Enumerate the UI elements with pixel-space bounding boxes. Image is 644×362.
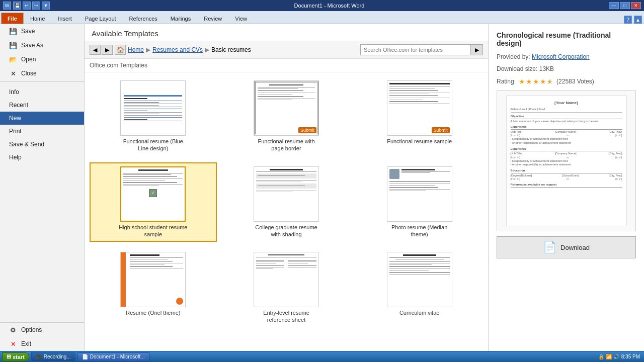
template-label: Functional resume sample bbox=[387, 138, 452, 145]
close-file-icon: ✕ bbox=[9, 69, 17, 77]
content-area: Available Templates ◀ ▶ 🏠 Home ▶ Resumes… bbox=[85, 24, 488, 351]
sidebar-item-close[interactable]: ✕ Close bbox=[0, 66, 84, 80]
open-icon: 📂 bbox=[9, 55, 17, 63]
taskbar-item-word[interactable]: 📄 Document1 - Microsoft... bbox=[77, 352, 149, 361]
breadcrumb-path: Home ▶ Resumes and CVs ▶ Basic resumes bbox=[128, 46, 251, 53]
system-tray-icons: 🔒 📶 🔊 bbox=[598, 354, 619, 359]
help-icon[interactable]: ? bbox=[624, 16, 632, 24]
template-label: Functional resume (Blue Line design) bbox=[118, 138, 188, 152]
template-thumb-college bbox=[254, 166, 319, 222]
breadcrumb-resumes[interactable]: Resumes and CVs bbox=[152, 46, 203, 53]
title-bar-left: W 💾 ↩ ↪ ▼ bbox=[3, 2, 50, 10]
sidebar-item-exit[interactable]: ✕ Exit bbox=[0, 337, 84, 351]
tab-insert[interactable]: Insert bbox=[51, 13, 78, 24]
start-button[interactable]: ⊞ start bbox=[2, 352, 29, 361]
template-item-college[interactable]: College graduate resume with shading bbox=[223, 162, 350, 242]
template-item-cv[interactable]: Curriculum vitae bbox=[356, 248, 483, 328]
template-item-functional[interactable]: Submit Functional resume sample bbox=[356, 76, 483, 156]
quick-access-toolbar[interactable]: 💾 ↩ ↪ ▼ bbox=[13, 2, 50, 10]
breadcrumb-basic: Basic resumes bbox=[211, 46, 251, 53]
taskbar-word-label: Document1 - Microsoft... bbox=[90, 354, 145, 359]
sidebar-item-open[interactable]: 📂 Open bbox=[0, 52, 84, 66]
breadcrumb: ◀ ▶ 🏠 Home ▶ Resumes and CVs ▶ Basic res… bbox=[85, 41, 488, 59]
more-icon[interactable]: ▼ bbox=[42, 2, 50, 10]
sidebar-item-help[interactable]: Help bbox=[0, 151, 84, 164]
close-button[interactable]: ✕ bbox=[631, 2, 641, 9]
taskbar-item-recording[interactable]: 🎥 Recording... bbox=[31, 352, 75, 361]
undo-icon[interactable]: ↩ bbox=[23, 2, 31, 10]
exit-icon: ✕ bbox=[9, 340, 17, 348]
template-label: High school student resume sample bbox=[118, 224, 188, 238]
tab-home[interactable]: Home bbox=[24, 13, 51, 24]
page-title: Available Templates bbox=[92, 29, 481, 38]
template-item-highschool[interactable]: ✓ High school student resume sample bbox=[90, 162, 217, 242]
template-header: Available Templates bbox=[85, 24, 488, 41]
sidebar-item-save-send[interactable]: Save & Send bbox=[0, 138, 84, 151]
submit-badge: Submit bbox=[298, 127, 316, 133]
recording-icon: 🎥 bbox=[36, 354, 42, 359]
template-grid-container: Functional resume (Blue Line design) bbox=[85, 72, 488, 351]
download-button[interactable]: 📄 Download bbox=[497, 236, 636, 258]
breadcrumb-home-label[interactable]: Home bbox=[128, 46, 144, 53]
save-icon: 💾 bbox=[9, 27, 17, 35]
forward-button[interactable]: ▶ bbox=[102, 45, 113, 55]
options-icon: ⚙ bbox=[9, 326, 17, 334]
sidebar-item-new[interactable]: New bbox=[0, 112, 84, 125]
ribbon-toggle-icon[interactable]: ▲ bbox=[634, 16, 642, 24]
minimize-button[interactable]: — bbox=[609, 2, 619, 9]
template-thumb-oriel bbox=[120, 252, 186, 307]
submit-badge2: Submit bbox=[432, 127, 450, 133]
search-button[interactable]: ▶ bbox=[471, 44, 483, 55]
maximize-button[interactable]: □ bbox=[620, 2, 630, 9]
template-label: Entry-level resume reference sheet bbox=[251, 309, 321, 324]
tab-file[interactable]: File bbox=[1, 13, 24, 24]
download-label: Download bbox=[560, 244, 590, 251]
template-grid: Functional resume (Blue Line design) bbox=[90, 76, 483, 328]
template-item-oriel[interactable]: Resume (Oriel theme) bbox=[90, 248, 217, 328]
tab-view[interactable]: View bbox=[228, 13, 254, 24]
preview-content: [Your Name] Address Line 1 | Phone | Ema… bbox=[506, 96, 627, 226]
save-quick-icon[interactable]: 💾 bbox=[13, 2, 21, 10]
template-item-entry[interactable]: Entry-level resume reference sheet bbox=[223, 248, 350, 328]
home-button[interactable]: 🏠 bbox=[115, 45, 126, 55]
right-panel-title: Chronological resume (Traditional design… bbox=[497, 31, 636, 47]
word-taskbar-icon: 📄 bbox=[82, 354, 88, 359]
right-panel-size: Download size: 13KB bbox=[497, 65, 636, 72]
save-as-icon: 💾 bbox=[9, 41, 17, 49]
template-item-page-border[interactable]: Submit Functional resume with page borde… bbox=[223, 76, 350, 156]
template-thumb-highschool: ✓ bbox=[120, 166, 186, 222]
tab-references[interactable]: References bbox=[123, 13, 164, 24]
template-item-photo[interactable]: Photo resume (Median theme) bbox=[356, 162, 483, 242]
window-controls[interactable]: — □ ✕ bbox=[609, 2, 641, 9]
star-5: ★★ bbox=[547, 77, 553, 85]
template-label: Photo resume (Median theme) bbox=[384, 224, 455, 238]
preview-box: [Your Name] Address Line 1 | Phone | Ema… bbox=[497, 90, 636, 231]
sidebar-item-print[interactable]: Print bbox=[0, 125, 84, 138]
template-label: Functional resume with page border bbox=[251, 138, 321, 152]
template-label: College graduate resume with shading bbox=[251, 224, 321, 238]
template-item-blue-line[interactable]: Functional resume (Blue Line design) bbox=[90, 76, 217, 156]
taskbar-clock: 8:35 PM bbox=[621, 354, 640, 359]
star-3: ★ bbox=[533, 77, 539, 85]
sidebar-item-save[interactable]: 💾 Save bbox=[0, 24, 84, 38]
taskbar-right: 🔒 📶 🔊 8:35 PM bbox=[598, 354, 642, 359]
sidebar-item-save-as[interactable]: 💾 Save As bbox=[0, 38, 84, 52]
sidebar-item-info[interactable]: Info bbox=[0, 85, 84, 99]
tab-page-layout[interactable]: Page Layout bbox=[78, 13, 123, 24]
template-thumb-cv bbox=[387, 252, 452, 307]
taskbar-recording-label: Recording... bbox=[44, 354, 71, 359]
start-label: start bbox=[13, 354, 25, 360]
sidebar-item-options[interactable]: ⚙ Options bbox=[0, 323, 84, 337]
tab-mailings[interactable]: Mailings bbox=[164, 13, 197, 24]
right-panel: Chronological resume (Traditional design… bbox=[488, 24, 644, 351]
search-input[interactable] bbox=[360, 44, 471, 55]
star-rating: ★ ★ ★ ★ ★★ bbox=[519, 77, 553, 85]
tab-review[interactable]: Review bbox=[197, 13, 228, 24]
sidebar-item-recent[interactable]: Recent bbox=[0, 99, 84, 112]
provider-link[interactable]: Microsoft Corporation bbox=[532, 53, 590, 60]
breadcrumb-sep2: ▶ bbox=[205, 46, 209, 53]
back-button[interactable]: ◀ bbox=[90, 45, 101, 55]
redo-icon[interactable]: ↪ bbox=[32, 2, 40, 10]
template-label: Resume (Oriel theme) bbox=[126, 309, 180, 316]
main-layout: 💾 Save 💾 Save As 📂 Open ✕ Close Info Rec… bbox=[0, 24, 644, 351]
